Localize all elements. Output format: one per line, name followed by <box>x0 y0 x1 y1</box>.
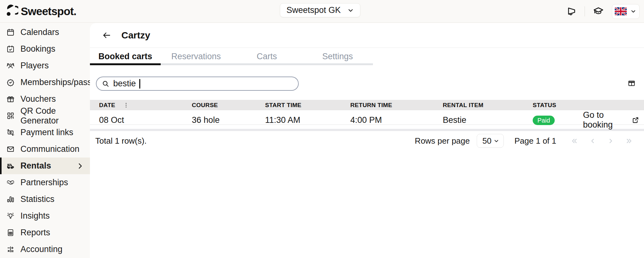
column-header-start-time: START TIME <box>265 102 350 109</box>
calendar-check-icon <box>6 45 15 53</box>
header-divider <box>585 6 585 16</box>
sweetspot-mark-icon <box>6 4 18 19</box>
search-input[interactable]: bestie <box>96 77 299 91</box>
bar-chart-icon <box>6 195 15 204</box>
rows-per-page-select[interactable]: 50 <box>477 134 504 148</box>
sidebar-item-vouchers[interactable]: Vouchers <box>0 91 90 107</box>
people-icon <box>6 61 15 70</box>
table-footer: Total 1 row(s). Rows per page 50 Page 1 … <box>90 132 644 150</box>
table-bottom-strip <box>90 129 644 131</box>
sidebar-item-partnerships[interactable]: Partnerships <box>0 174 90 191</box>
column-header-rental-item: RENTAL ITEM <box>443 102 533 109</box>
sidebar-item-label: Payment links <box>20 128 73 137</box>
sidebar-item-label: Partnerships <box>20 178 68 187</box>
tab-reservations[interactable]: Reservations <box>161 48 231 65</box>
academy-button[interactable] <box>592 6 604 17</box>
chevron-down-icon <box>630 8 637 15</box>
sidebar: Calendars Bookings Players Memberships/p… <box>0 23 90 258</box>
table-header-row: DATE COURSE START TIME RETURN TIME RENTA… <box>90 100 644 110</box>
sidebar-item-bookings[interactable]: Bookings <box>0 41 90 57</box>
calendar-icon <box>6 28 15 37</box>
pagination-controls: Rows per page 50 Page 1 of 1 <box>415 134 633 148</box>
sidebar-item-label: Bookings <box>20 44 55 54</box>
column-menu-button[interactable] <box>123 102 129 108</box>
sidebar-item-label: Accounting <box>20 244 63 254</box>
chevrons-right-icon <box>625 137 633 145</box>
chevron-right-icon <box>607 137 615 145</box>
go-to-booking-link[interactable]: Go to booking <box>583 110 640 130</box>
app-header: Sweetspot. Sweetspot GK <box>0 0 644 23</box>
page-title: Cartzy <box>121 30 150 41</box>
chevrons-left-icon <box>570 137 579 145</box>
chevron-left-icon <box>588 137 597 145</box>
sidebar-item-payment-links[interactable]: Payment links <box>0 124 90 141</box>
tab-booked-carts[interactable]: Booked carts <box>90 48 161 65</box>
search-value: bestie <box>113 79 136 89</box>
column-header-course: COURSE <box>192 102 265 109</box>
sweetspot-logo[interactable]: Sweetspot. <box>6 4 76 19</box>
academy-cap-icon <box>592 6 604 17</box>
column-header-date: DATE <box>90 102 192 109</box>
announcements-button[interactable] <box>566 6 577 17</box>
column-header-return-time: RETURN TIME <box>350 102 443 109</box>
back-button[interactable] <box>101 29 113 41</box>
golf-cart-icon <box>6 162 15 170</box>
math-ops-icon <box>6 245 15 254</box>
sidebar-item-statistics[interactable]: Statistics <box>0 191 90 208</box>
chevron-down-icon <box>493 138 500 144</box>
sidebar-item-communication[interactable]: Communication <box>0 141 90 158</box>
text-cursor <box>139 79 140 89</box>
sidebar-item-label: Rentals <box>20 161 51 171</box>
search-row: bestie <box>90 65 644 100</box>
main-content: Cartzy Booked carts Reservations Carts S… <box>90 23 644 258</box>
tab-carts[interactable]: Carts <box>231 48 302 65</box>
tab-bar: Booked carts Reservations Carts Settings <box>90 48 644 65</box>
cell-course: 36 hole <box>192 115 265 125</box>
rows-per-page-label: Rows per page <box>415 136 470 146</box>
envelope-icon <box>6 145 15 153</box>
lightbulb-icon <box>6 212 15 220</box>
total-rows-text: Total 1 row(s). <box>95 136 147 146</box>
sidebar-item-calendars[interactable]: Calendars <box>0 24 90 41</box>
sidebar-item-reports[interactable]: Reports <box>0 224 90 241</box>
column-header-status: STATUS <box>533 102 583 109</box>
previous-page-button[interactable] <box>588 137 597 145</box>
page-info-text: Page 1 of 1 <box>514 136 556 146</box>
cell-start-time: 11:30 AM <box>265 115 350 125</box>
view-columns-button[interactable] <box>627 79 636 88</box>
header-actions <box>566 0 640 23</box>
uk-flag-icon <box>615 7 627 15</box>
table-row[interactable]: 08 Oct 36 hole 11:30 AM 4:00 PM Bestie P… <box>90 110 644 125</box>
cell-date: 08 Oct <box>90 115 192 125</box>
badge-check-icon <box>6 78 15 87</box>
sidebar-item-label: Statistics <box>20 194 54 204</box>
sidebar-item-label: Players <box>20 61 49 71</box>
handshake-icon <box>6 178 15 187</box>
booked-carts-table: DATE COURSE START TIME RETURN TIME RENTA… <box>90 100 644 131</box>
pager <box>570 137 633 145</box>
sidebar-item-players[interactable]: Players <box>0 57 90 74</box>
sidebar-item-insights[interactable]: Insights <box>0 208 90 224</box>
first-page-button[interactable] <box>570 137 579 145</box>
cell-rental-item: Bestie <box>443 115 533 125</box>
gift-icon <box>6 95 15 103</box>
logo-text: Sweetspot. <box>21 5 76 18</box>
sidebar-item-qr-code-generator[interactable]: QR Code Generator <box>0 107 90 124</box>
banknote-icon <box>6 128 15 137</box>
club-selector-dropdown[interactable]: Sweetspot GK <box>280 3 360 17</box>
rows-per-page-value: 50 <box>482 136 491 146</box>
chevron-right-icon <box>76 162 84 170</box>
sidebar-item-label: Communication <box>20 144 80 154</box>
sidebar-item-label: Memberships/passes <box>20 77 101 87</box>
sidebar-item-label: Insights <box>20 211 50 221</box>
next-page-button[interactable] <box>607 137 615 145</box>
sidebar-item-memberships[interactable]: Memberships/passes <box>0 74 90 91</box>
last-page-button[interactable] <box>625 137 633 145</box>
sidebar-item-label: Vouchers <box>20 94 56 104</box>
tab-settings[interactable]: Settings <box>302 48 373 65</box>
sidebar-item-label: Reports <box>20 228 50 238</box>
cell-status: Paid <box>533 115 583 125</box>
sidebar-item-rentals[interactable]: Rentals <box>0 158 90 174</box>
language-selector[interactable] <box>612 4 640 19</box>
sidebar-item-accounting[interactable]: Accounting <box>0 241 90 258</box>
